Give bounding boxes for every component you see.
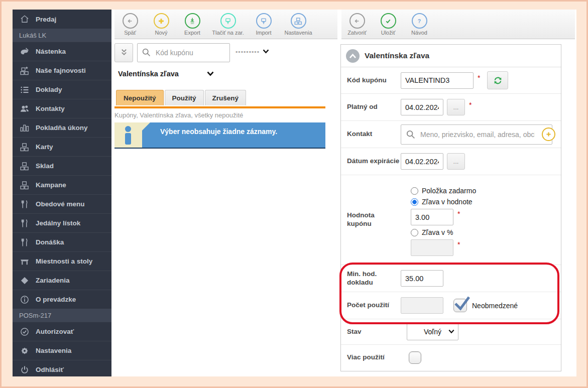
pocet-pouziti-input (401, 297, 443, 314)
sidebar-item-label: Kontakty (36, 105, 65, 112)
sidebar-item-o-prevadzke[interactable]: O prevádzke (13, 290, 111, 309)
sidebar-item-donaska[interactable]: Donáška (13, 232, 111, 251)
stav-select[interactable]: Voľný (407, 323, 458, 340)
sidebar-item-miestnosti-a-stoly[interactable]: Miestnosti a stoly (13, 251, 111, 271)
sidebar-item-doklady[interactable]: Doklady (13, 80, 111, 99)
row-min-hod-dokladu: Min. hod. dokladu (341, 265, 561, 292)
radio-label: Zľava v % (422, 228, 453, 236)
check-icon (381, 13, 396, 29)
table-icon (19, 256, 30, 267)
add-contact-button[interactable] (542, 127, 555, 141)
chevron-down-icon (263, 49, 269, 54)
viac-pouziti-checkbox[interactable] (409, 351, 421, 364)
empty-result-infobox: Výber neobsahuje žiadne záznamy. (114, 122, 325, 149)
save-button[interactable]: Uložiť (373, 13, 404, 36)
cutlery-icon (19, 237, 30, 248)
export-button[interactable]: xml Export (177, 13, 208, 36)
sidebar-item-label: Odhlásiť (36, 366, 64, 373)
required-marker: * (478, 74, 480, 82)
svg-text:?: ? (418, 18, 421, 24)
date-picker-button[interactable]: ... (447, 99, 465, 115)
row-platny-od: Platný od ... * (341, 94, 561, 121)
double-chevron-down-icon (119, 48, 129, 58)
row-viac-pouziti: Viac použití (341, 345, 561, 370)
sidebar-item-label: Jedálny lístok (36, 219, 80, 227)
sidebar-item-pokladna-ukony[interactable]: Pokladňa úkony (13, 118, 111, 137)
sidebar-item-nastavenia[interactable]: Nastavenia (13, 341, 111, 360)
sidebar-subheader-pos: POSm-217 (13, 309, 111, 322)
campaign-selector-value: Valentínska zľava (118, 70, 179, 78)
tab-pouzity[interactable]: Použitý (165, 90, 204, 105)
expand-filters-button[interactable] (114, 43, 133, 62)
modules-icon (19, 180, 30, 191)
sidebar-item-kampane[interactable]: Kampane (13, 175, 111, 194)
kontakt-search-input[interactable] (401, 124, 552, 145)
sidebar-item-jedalny-listok[interactable]: Jedálny lístok (13, 213, 111, 232)
sidebar-item-label: Zariadenia (36, 277, 70, 284)
sidebar-item-nastenka[interactable]: Nástenka (13, 42, 111, 61)
sidebar-item-label: Obedové menu (36, 200, 85, 208)
form-header: Valentínska zľava (341, 45, 561, 67)
check-circle-icon (19, 326, 30, 337)
row-hodnota-kuponu: Hodnota kupónu Položka zadarmo Zľava v h… (341, 175, 561, 265)
sidebar-item-label: Miestnosti a stoly (36, 257, 92, 265)
search-icon (405, 129, 416, 140)
bar-chart-icon (19, 122, 30, 134)
sidebar-item-nase-fajnovosti[interactable]: Naše fajnovosti (13, 61, 111, 80)
chevron-down-icon (207, 71, 214, 76)
sidebar-item-obedove-menu[interactable]: Obedové menu (13, 194, 111, 213)
platny-od-input[interactable] (401, 99, 443, 115)
cutlery-icon (19, 199, 30, 210)
modules-icon (19, 161, 30, 172)
sidebar-item-predaj[interactable]: Predaj (13, 10, 111, 29)
date-picker-button[interactable]: ... (447, 153, 465, 170)
gear-icon (19, 345, 30, 356)
sidebar-item-odhlasit[interactable]: Odhlásiť (13, 360, 111, 376)
print-to-device-button[interactable]: Tlačiť na zar. (208, 13, 248, 36)
sidebar-item-label: Kampane (36, 181, 66, 189)
sidebar-item-karty[interactable]: Karty (13, 137, 111, 156)
campaign-selector[interactable]: Valentínska zľava (118, 70, 239, 78)
row-datum-expiracie: Dátum expirácie ... (341, 148, 561, 175)
sidebar-item-sklad[interactable]: Sklad (13, 156, 111, 175)
field-label: Hodnota kupónu (347, 211, 401, 228)
kod-kuponu-input[interactable] (401, 72, 474, 89)
datum-expiracie-input[interactable] (401, 153, 443, 170)
close-button[interactable]: Zatvoriť (341, 13, 373, 36)
radio-zlava-v-percentach[interactable] (411, 229, 418, 236)
diamond-icon (19, 275, 30, 286)
tab-nepouzity[interactable]: Nepoužitý (116, 90, 164, 105)
checkbox-label: Neobmedzené (472, 302, 518, 310)
neobmedzene-checkbox[interactable] (453, 299, 467, 312)
help-button[interactable]: ? Návod (404, 13, 435, 36)
sidebar-item-kontakty[interactable]: Kontakty (13, 99, 111, 118)
page-frame: Predaj Lukáš LK Nástenka Naše fajnovosti… (0, 0, 588, 388)
min-hod-dokladu-input[interactable] (401, 270, 443, 287)
form-toolbar: Zatvoriť Uložiť ? Návod (341, 10, 575, 39)
sidebar-item-label: Predaj (36, 16, 56, 23)
modules-icon (291, 13, 306, 29)
collapse-button[interactable] (346, 49, 360, 63)
filter-dropdown[interactable]: --------- (236, 48, 269, 55)
chevron-down-icon (448, 329, 454, 334)
back-button[interactable]: Späť (114, 13, 146, 36)
back-icon (123, 13, 138, 29)
sidebar-item-label: Doklady (36, 86, 62, 93)
radio-zlava-v-hodnote[interactable] (411, 198, 418, 206)
new-button[interactable]: Nový (146, 13, 177, 36)
tab-zruseny[interactable]: Zrušený (205, 90, 247, 105)
radio-label: Zľava v hodnote (422, 198, 473, 206)
sidebar-item-label: Sklad (36, 162, 54, 170)
form-title: Valentínska zľava (365, 51, 429, 60)
settings-button[interactable]: Nastavenia (279, 13, 317, 36)
sidebar-item-label: Naše fajnovosti (36, 67, 86, 74)
import-button[interactable]: Import (248, 13, 279, 36)
required-marker: * (469, 101, 472, 109)
generate-code-button[interactable] (487, 71, 508, 89)
zlava-hodnota-input[interactable] (411, 209, 453, 225)
search-icon (141, 47, 152, 58)
radio-polozka-zadarmo[interactable] (411, 187, 418, 195)
sidebar-item-autorizovat[interactable]: Autorizovať (13, 322, 111, 341)
field-label: Min. hod. dokladu (347, 270, 401, 287)
sidebar-item-zariadenia[interactable]: Zariadenia (13, 271, 111, 290)
